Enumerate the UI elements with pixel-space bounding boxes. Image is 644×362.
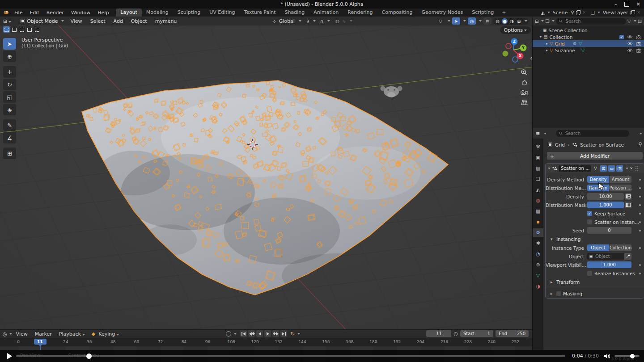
play-reverse-button[interactable]	[256, 330, 263, 337]
select-mode-intersect-button[interactable]	[34, 26, 40, 33]
workspace-tab-animation[interactable]: Animation	[309, 8, 343, 17]
animate-dot[interactable]	[639, 187, 641, 189]
new-viewlayer-icon[interactable]	[631, 10, 635, 15]
scene-browse-chevron[interactable]	[547, 12, 550, 13]
minimize-button[interactable]: –	[614, 1, 617, 7]
workspace-tab-compositing[interactable]: Compositing	[377, 8, 417, 17]
outliner-filter-icon[interactable]: ▽	[627, 19, 631, 24]
properties-tab-collection[interactable]: ▦	[533, 207, 543, 215]
snap-target-icon[interactable]: ∂	[307, 19, 309, 24]
maximize-button[interactable]	[624, 2, 629, 7]
viewport-menu-view[interactable]: View	[67, 18, 86, 24]
properties-tab-modifiers[interactable]: ⚙	[533, 228, 543, 237]
mask-attribute-toggle[interactable]	[625, 202, 631, 208]
orientation-dropdown[interactable]: Global	[279, 18, 295, 24]
snap-magnet-icon[interactable]: ∩̲	[320, 19, 323, 24]
gizmo-neg-y[interactable]	[503, 51, 508, 57]
timeline-menu-marker[interactable]: Marker	[32, 331, 55, 337]
properties-tab-render[interactable]: ▣	[533, 153, 543, 162]
player-scrubber[interactable]	[16, 355, 565, 357]
animate-dot[interactable]	[639, 230, 641, 232]
properties-tab-physics[interactable]: ◔	[533, 250, 543, 258]
select-mode-invert-button[interactable]	[26, 26, 33, 33]
gizmo-neg-z[interactable]	[513, 57, 518, 62]
select-mode-subtract-button[interactable]	[18, 26, 25, 33]
menu-help[interactable]: Help	[94, 10, 112, 16]
menu-file[interactable]: File	[11, 10, 26, 16]
properties-editor-type-icon[interactable]: ≡	[535, 130, 541, 136]
zoom-tool-icon[interactable]	[520, 68, 529, 77]
workspace-tab-scripting[interactable]: Scripting	[467, 8, 498, 17]
menu-edit[interactable]: Edit	[26, 10, 42, 16]
prev-keyframe-button[interactable]	[248, 330, 255, 337]
auto-key-chevron[interactable]	[234, 333, 237, 335]
editor-type-icon[interactable]: ⊞	[0, 18, 15, 24]
outliner-filter-image-icon[interactable]: ❏	[545, 19, 549, 24]
hide-eye-icon[interactable]	[627, 48, 633, 52]
properties-tab-particles[interactable]: ✱	[533, 239, 543, 248]
outliner-row-suzanne[interactable]: ▸ ▽ Suzanne ▽	[533, 47, 644, 54]
density-method-density-button[interactable]: Density	[587, 176, 610, 183]
new-scene-icon[interactable]	[576, 10, 580, 15]
properties-search[interactable]	[556, 130, 629, 137]
masking-checkbox[interactable]	[556, 291, 561, 296]
tool-measure[interactable]: ∡	[3, 132, 16, 143]
modifier-render-toggle[interactable]	[616, 165, 623, 172]
loop-button[interactable]: ↻	[290, 331, 295, 337]
outliner-row-grid[interactable]: ▸ ▽ Grid ⚙ ▽	[533, 40, 644, 47]
modifier-close-icon[interactable]: ✕	[630, 166, 633, 171]
start-frame-field[interactable]: Start1	[460, 330, 493, 337]
modifier-drag-handle[interactable]	[636, 166, 639, 170]
workspace-tab-layout[interactable]: Layout	[116, 8, 141, 17]
player-volume-knob[interactable]	[630, 354, 635, 358]
select-mode-new-button[interactable]	[3, 26, 10, 33]
hide-eye-icon[interactable]	[627, 42, 633, 46]
options-dropdown[interactable]: Options	[500, 26, 531, 34]
properties-tab-output[interactable]: ▤	[533, 164, 543, 173]
disable-render-camera-icon[interactable]	[636, 35, 641, 39]
orientation-chevron[interactable]	[299, 20, 301, 22]
current-frame-field[interactable]: 11	[426, 330, 451, 337]
new-collection-icon[interactable]: ▤	[638, 19, 642, 24]
viewport-menu-object[interactable]: Object	[127, 18, 151, 24]
breadcrumb-modifier[interactable]: Scatter on Surface	[580, 142, 624, 147]
suzanne-expand-icon[interactable]: ▸	[546, 48, 548, 52]
pin-icon[interactable]	[570, 10, 575, 15]
properties-search-input[interactable]	[564, 130, 626, 136]
playback-dropdown[interactable]: Playback	[56, 331, 88, 337]
scene-name[interactable]: Scene	[551, 10, 569, 16]
breadcrumb-object[interactable]: Grid	[555, 142, 565, 147]
xray-toggle-icon[interactable]: ⧈	[483, 17, 491, 25]
workspace-tab-texture-paint[interactable]: Texture Paint	[240, 8, 280, 17]
tool-move[interactable]: ✛	[3, 66, 16, 78]
properties-tab-object[interactable]: ▪	[533, 218, 543, 226]
density-attribute-toggle[interactable]	[625, 193, 631, 200]
modifier-expand-chevron[interactable]	[548, 168, 551, 169]
animate-dot[interactable]	[639, 273, 641, 274]
sidebar-collapse-arrow[interactable]: ‹	[530, 55, 532, 61]
timeline-ruler[interactable]: 11 0243648607284961081201321441561681801…	[0, 338, 532, 346]
instancing-section-header[interactable]: ▾Instancing	[546, 235, 644, 244]
player-scrubber-knob[interactable]	[86, 354, 92, 359]
snap-target-chevron[interactable]	[313, 20, 316, 22]
transform-section-header[interactable]: ▸Transform	[546, 278, 644, 286]
density-value-field[interactable]: 10.00	[587, 193, 624, 200]
object-picker-field[interactable]: Object	[587, 253, 631, 260]
scatter-on-instances-checkbox[interactable]	[587, 219, 592, 224]
modifier-on-cage-toggle[interactable]: ∇	[592, 165, 599, 172]
seed-value-field[interactable]: 0	[587, 227, 631, 234]
timeline-menu-view[interactable]: View	[13, 331, 31, 337]
distribution-poisson-button[interactable]: Poisson ...	[610, 185, 631, 191]
grid-expand-icon[interactable]: ▸	[546, 42, 548, 46]
workspace-tab-rendering[interactable]: Rendering	[343, 8, 377, 17]
collection-checkbox[interactable]: ✓	[619, 35, 624, 39]
orthographic-toggle-icon[interactable]	[520, 98, 529, 107]
viewport-menu-mymenu[interactable]: mymenu	[151, 18, 181, 24]
outliner-search[interactable]	[556, 18, 626, 25]
properties-tab-scene[interactable]: ◭	[533, 185, 543, 194]
shading-rendered-icon[interactable]: ◒	[516, 18, 522, 24]
eyedropper-icon[interactable]	[624, 253, 631, 260]
shading-material-icon[interactable]: ◑	[509, 18, 515, 24]
mode-dropdown[interactable]: Object Mode	[18, 18, 66, 24]
properties-options-chevron[interactable]	[640, 133, 642, 135]
